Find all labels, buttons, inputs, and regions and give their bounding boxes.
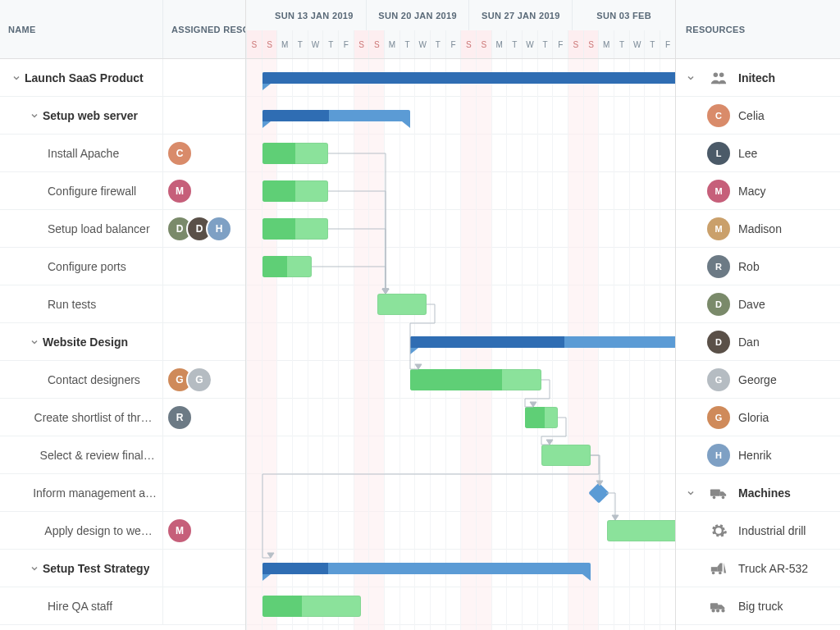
day-header[interactable]: S — [460, 30, 476, 58]
gantt-summary-bar[interactable] — [262, 563, 591, 574]
assigned-cell: R — [163, 399, 245, 436]
avatar: D — [707, 331, 730, 354]
task-row[interactable]: Setup Test Strategy — [0, 550, 245, 587]
day-header[interactable]: W — [629, 30, 645, 58]
day-header[interactable]: W — [522, 30, 537, 58]
avatar: C — [707, 104, 730, 127]
task-row[interactable]: Apply design to websiteM — [0, 512, 245, 550]
day-header[interactable]: T — [322, 30, 338, 58]
gantt-task-bar[interactable] — [541, 445, 591, 466]
gantt-body[interactable] — [246, 59, 675, 630]
chevron-down-icon[interactable] — [26, 560, 43, 577]
day-header[interactable]: F — [552, 30, 568, 58]
task-name: Configure firewall — [48, 185, 136, 198]
task-row[interactable]: Install ApacheC — [0, 135, 245, 172]
task-row[interactable]: Website Design — [0, 323, 245, 361]
resource-row[interactable]: Big truck — [676, 587, 840, 625]
day-header[interactable]: T — [644, 30, 660, 58]
svg-point-1 — [719, 72, 724, 77]
resource-row[interactable]: GGeorge — [676, 361, 840, 399]
week-header[interactable]: SUN 20 JAN 2019 — [366, 0, 469, 30]
gantt-task-bar[interactable] — [262, 180, 328, 202]
resource-group-row[interactable]: Initech — [676, 59, 840, 97]
day-header[interactable]: T — [506, 30, 522, 58]
gantt-task-bar[interactable] — [262, 143, 328, 164]
svg-rect-2 — [710, 489, 720, 495]
gantt-summary-bar[interactable] — [410, 336, 675, 348]
task-row[interactable]: Contact designersGG — [0, 361, 245, 399]
resource-row[interactable]: DDave — [676, 285, 840, 323]
day-header[interactable]: F — [660, 30, 675, 58]
resource-row[interactable]: Truck AR-532 — [676, 550, 840, 587]
chevron-down-icon[interactable] — [26, 334, 43, 350]
avatar: M — [167, 518, 193, 544]
svg-point-10 — [716, 609, 719, 612]
resource-row[interactable]: CCelia — [676, 97, 840, 135]
task-row[interactable]: Configure ports — [0, 248, 245, 285]
gantt-task-bar[interactable] — [525, 407, 558, 428]
day-header[interactable]: F — [338, 30, 354, 58]
task-row[interactable]: Select & review final design — [0, 436, 245, 474]
task-row[interactable]: Create shortlist of three designersR — [0, 399, 245, 436]
day-header[interactable]: W — [414, 30, 430, 58]
task-row[interactable]: Hire QA staff — [0, 587, 245, 625]
day-header[interactable]: S — [368, 30, 384, 58]
day-header[interactable]: M — [384, 30, 399, 58]
chevron-down-icon[interactable] — [682, 70, 699, 86]
gantt-task-bar[interactable] — [377, 294, 427, 315]
day-header[interactable]: T — [292, 30, 308, 58]
week-header[interactable]: SUN 27 JAN 2019 — [468, 0, 572, 30]
resource-row[interactable]: Industrial drill — [676, 512, 840, 550]
assigned-cell — [163, 97, 245, 134]
column-header-assigned[interactable]: ASSIGNED RESOURCES — [163, 0, 245, 58]
resource-group-row[interactable]: Machines — [676, 474, 840, 512]
day-header[interactable]: S — [354, 30, 369, 58]
chevron-down-icon[interactable] — [682, 485, 699, 501]
day-header[interactable]: W — [308, 30, 323, 58]
resource-row[interactable]: MMacy — [676, 172, 840, 210]
column-header-name[interactable]: NAME — [0, 0, 163, 58]
gantt-milestone[interactable] — [588, 482, 609, 503]
task-row[interactable]: Inform management about decision — [0, 474, 245, 512]
gantt-task-bar[interactable] — [262, 596, 361, 617]
week-header[interactable]: SUN 13 JAN 2019 — [246, 0, 366, 30]
assigned-cell: DDH — [163, 210, 245, 247]
resource-row[interactable]: DDan — [676, 323, 840, 361]
day-header[interactable]: M — [598, 30, 614, 58]
resource-row[interactable]: GGloria — [676, 399, 840, 436]
chevron-down-icon[interactable] — [26, 107, 43, 124]
avatar: G — [186, 367, 212, 393]
day-header[interactable]: S — [476, 30, 491, 58]
gantt-task-bar[interactable] — [262, 218, 328, 240]
assigned-cell — [163, 587, 245, 624]
gantt-task-bar[interactable] — [262, 256, 312, 277]
day-header[interactable]: T — [537, 30, 553, 58]
resource-row[interactable]: MMadison — [676, 210, 840, 248]
gantt-task-bar[interactable] — [410, 369, 541, 390]
resource-row[interactable]: RRob — [676, 248, 840, 285]
task-row[interactable]: Setup load balancerDDH — [0, 210, 245, 248]
task-row[interactable]: Run tests — [0, 285, 245, 323]
day-header[interactable]: S — [246, 30, 262, 58]
resource-row[interactable]: LLee — [676, 135, 840, 172]
week-header[interactable]: SUN 03 FEB — [572, 0, 675, 30]
task-name: Setup load balancer — [48, 222, 150, 235]
resource-row[interactable]: HHenrik — [676, 436, 840, 474]
gantt-summary-bar[interactable] — [262, 110, 410, 121]
day-header[interactable]: F — [445, 30, 461, 58]
task-row[interactable]: Setup web server — [0, 97, 245, 135]
day-header[interactable]: M — [491, 30, 507, 58]
gantt-task-bar[interactable] — [607, 520, 675, 541]
day-header[interactable]: S — [568, 30, 583, 58]
task-row[interactable]: Configure firewallM — [0, 172, 245, 210]
gantt-summary-bar[interactable] — [262, 72, 675, 84]
chevron-down-icon[interactable] — [8, 70, 25, 86]
day-header[interactable]: S — [262, 30, 277, 58]
task-row[interactable]: Launch SaaS Product — [0, 59, 245, 97]
day-header[interactable]: T — [399, 30, 415, 58]
day-header[interactable]: S — [583, 30, 599, 58]
day-header[interactable]: T — [614, 30, 629, 58]
day-header[interactable]: T — [430, 30, 445, 58]
day-header[interactable]: M — [276, 30, 292, 58]
column-header-resources[interactable]: RESOURCES — [676, 0, 840, 59]
